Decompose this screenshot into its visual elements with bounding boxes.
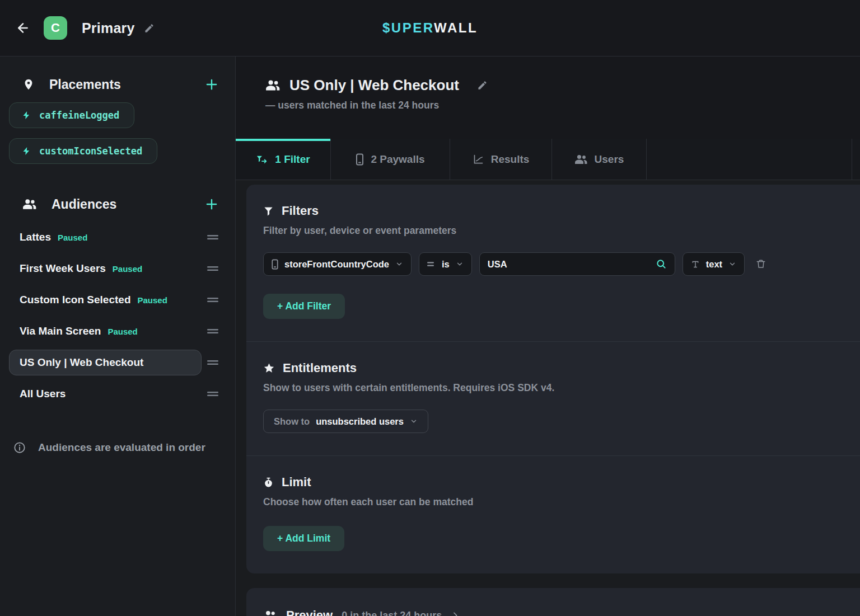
tab-users[interactable]: Users [552, 139, 647, 180]
parameter-dropdown[interactable]: storeFrontCountryCode [263, 252, 412, 276]
equals-icon [427, 261, 436, 267]
chart-icon [473, 153, 484, 165]
type-dropdown[interactable]: text [683, 252, 745, 276]
tab-filter[interactable]: 1 Filter [236, 139, 331, 180]
drag-handle-icon[interactable] [202, 391, 226, 397]
users-icon [265, 79, 281, 92]
tab-results[interactable]: Results [450, 139, 552, 180]
lightning-bolt-icon [22, 145, 31, 157]
audience-order-note-text: Audiences are evaluated in order [38, 441, 205, 454]
audience-item[interactable]: First Week Users Paused [9, 256, 202, 281]
entitlements-subtitle: Show to users with certain entitlements.… [263, 382, 851, 394]
location-pin-icon [22, 77, 35, 92]
filter-value-input[interactable] [488, 259, 639, 270]
audience-list: Lattes Paused First Week Users Paused [0, 212, 235, 407]
filters-title: Filters [282, 204, 319, 218]
type-value: text [706, 259, 722, 270]
lightning-bolt-icon [22, 110, 31, 121]
audience-label: All Users [20, 388, 66, 400]
audience-item[interactable]: Via Main Screen Paused [9, 318, 202, 344]
audience-header: US Only | Web Checkout — users matched i… [236, 57, 860, 139]
add-limit-button[interactable]: + Add Limit [263, 526, 344, 551]
project-avatar[interactable]: C [44, 16, 67, 40]
show-to-dropdown[interactable]: Show to unsubscribed users [263, 410, 428, 433]
audience-settings-card: Filters Filter by user, device or event … [246, 185, 860, 573]
audience-row: Lattes Paused [9, 224, 226, 250]
drag-handle-icon[interactable] [202, 328, 226, 335]
tab-paywalls-label: 2 Paywalls [371, 153, 424, 166]
page-title: US Only | Web Checkout [289, 77, 459, 94]
paused-badge: Paused [138, 295, 167, 305]
delete-filter-button[interactable] [756, 258, 766, 270]
placements-title: Placements [49, 77, 204, 92]
page-subtitle: — users matched in the last 24 hours [265, 100, 860, 111]
chevron-down-icon [456, 260, 464, 268]
main-panel: US Only | Web Checkout — users matched i… [236, 57, 860, 616]
audience-row: First Week Users Paused [9, 256, 226, 281]
audience-item[interactable]: Lattes Paused [9, 224, 202, 250]
paused-badge: Paused [113, 264, 142, 274]
audience-item[interactable]: Custom Icon Selected Paused [9, 287, 202, 313]
audience-label: First Week Users [20, 262, 106, 275]
filter-value-field[interactable] [479, 252, 675, 276]
users-icon [263, 610, 277, 616]
audience-item-selected[interactable]: US Only | Web Checkout [9, 350, 202, 375]
back-icon[interactable] [16, 21, 30, 35]
chevron-down-icon [395, 260, 403, 268]
preview-card[interactable]: Preview 0 in the last 24 hours [246, 588, 860, 616]
tab-bar: 1 Filter 2 Paywalls Results Users [236, 139, 860, 180]
audience-label: Via Main Screen [20, 325, 101, 337]
phone-icon [272, 259, 278, 270]
tab-bar-spacer [647, 139, 852, 180]
operator-dropdown[interactable]: is [419, 252, 472, 276]
limit-section: Limit Choose how often each user can be … [246, 455, 860, 573]
chevron-down-icon [728, 260, 736, 268]
audience-row: Custom Icon Selected Paused [9, 287, 226, 313]
drag-handle-icon[interactable] [202, 265, 226, 272]
tab-bar-endcap [852, 139, 860, 180]
placement-label: caffeineLogged [39, 110, 119, 121]
limit-title: Limit [282, 475, 311, 490]
filters-subtitle: Filter by user, device or event paramete… [263, 225, 851, 237]
drag-handle-icon[interactable] [202, 234, 226, 241]
audience-label: Custom Icon Selected [20, 294, 131, 306]
sidebar: Placements caffeineLogged customIconSele… [0, 57, 236, 616]
logo-rest-text: WALL [434, 20, 478, 35]
add-audience-button[interactable] [204, 196, 219, 212]
audience-item[interactable]: All Users [9, 381, 202, 407]
filters-section: Filters Filter by user, device or event … [246, 185, 860, 341]
audience-label: Lattes [20, 231, 51, 243]
text-type-icon [691, 260, 700, 269]
star-icon [263, 363, 275, 374]
search-icon [656, 258, 667, 270]
users-icon [574, 154, 588, 165]
chevron-right-icon [451, 611, 460, 616]
tab-content: Filters Filter by user, device or event … [236, 180, 860, 615]
paused-badge: Paused [58, 233, 87, 242]
audiences-title: Audiences [52, 197, 204, 212]
show-to-label: Show to [274, 416, 310, 427]
placement-item[interactable]: caffeineLogged [9, 102, 134, 128]
add-filter-button[interactable]: + Add Filter [263, 294, 345, 319]
audience-label: US Only | Web Checkout [20, 356, 143, 369]
tab-paywalls[interactable]: 2 Paywalls [331, 139, 450, 180]
preview-subtitle: 0 in the last 24 hours [342, 610, 442, 616]
placement-label: customIconSelected [39, 145, 142, 157]
tab-results-label: Results [491, 153, 530, 166]
preview-title: Preview [286, 608, 333, 616]
edit-title-icon[interactable] [144, 23, 155, 34]
project-title: Primary [82, 20, 135, 36]
audience-row: US Only | Web Checkout [9, 350, 226, 375]
placement-item[interactable]: customIconSelected [9, 138, 157, 164]
add-placement-button[interactable] [204, 77, 219, 92]
project-initial: C [51, 21, 60, 35]
limit-subtitle: Choose how often each user can be matche… [263, 496, 851, 508]
tab-users-label: Users [595, 153, 624, 166]
audience-row: Via Main Screen Paused [9, 318, 226, 344]
placement-list: caffeineLogged customIconSelected [0, 92, 235, 164]
drag-handle-icon[interactable] [202, 359, 226, 366]
parameter-value: storeFrontCountryCode [284, 259, 389, 270]
edit-audience-name-icon[interactable] [477, 80, 488, 91]
drag-handle-icon[interactable] [202, 297, 226, 303]
entitlements-title: Entitlements [283, 361, 357, 375]
